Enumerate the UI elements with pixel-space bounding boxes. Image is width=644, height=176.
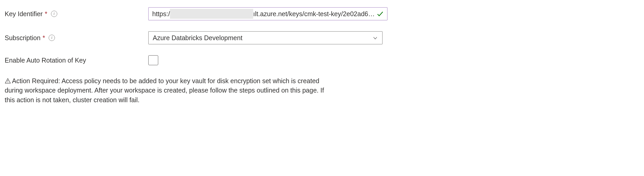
key-identifier-field: https:/ ılt.azure.net/keys/cmk-test-key/… (148, 7, 382, 20)
subscription-field: Azure Databricks Development (148, 31, 382, 44)
warning-text: Action Required: Access policy needs to … (5, 77, 324, 104)
required-marker: * (43, 34, 45, 42)
required-marker: * (45, 10, 47, 18)
subscription-label: Subscription (5, 34, 41, 42)
chevron-down-icon (372, 35, 378, 41)
key-identifier-label: Key Identifier (5, 10, 43, 18)
key-identifier-row: Key Identifier * i https:/ ılt.azure.net… (5, 7, 639, 20)
subscription-selected-value: Azure Databricks Development (153, 34, 243, 42)
info-icon[interactable]: i (49, 35, 55, 41)
info-icon[interactable]: i (51, 11, 57, 17)
auto-rotation-checkbox[interactable] (148, 55, 158, 65)
warning-message: Action Required: Access policy needs to … (5, 76, 330, 105)
checkmark-icon (376, 10, 384, 18)
warning-icon (5, 76, 11, 86)
auto-rotation-row: Enable Auto Rotation of Key (5, 55, 639, 65)
auto-rotation-field (148, 55, 382, 65)
redacted-block (170, 9, 253, 19)
subscription-select[interactable]: Azure Databricks Development (148, 31, 382, 44)
key-identifier-label-group: Key Identifier * i (5, 10, 148, 18)
subscription-label-group: Subscription * i (5, 34, 148, 42)
key-identifier-value-prefix: https:/ (152, 10, 170, 18)
auto-rotation-label-group: Enable Auto Rotation of Key (5, 57, 148, 64)
subscription-row: Subscription * i Azure Databricks Develo… (5, 31, 639, 44)
key-identifier-value-suffix: ılt.azure.net/keys/cmk-test-key/2e02ad6… (253, 10, 375, 18)
auto-rotation-label: Enable Auto Rotation of Key (5, 57, 86, 64)
key-identifier-input[interactable]: https:/ ılt.azure.net/keys/cmk-test-key/… (148, 7, 387, 20)
